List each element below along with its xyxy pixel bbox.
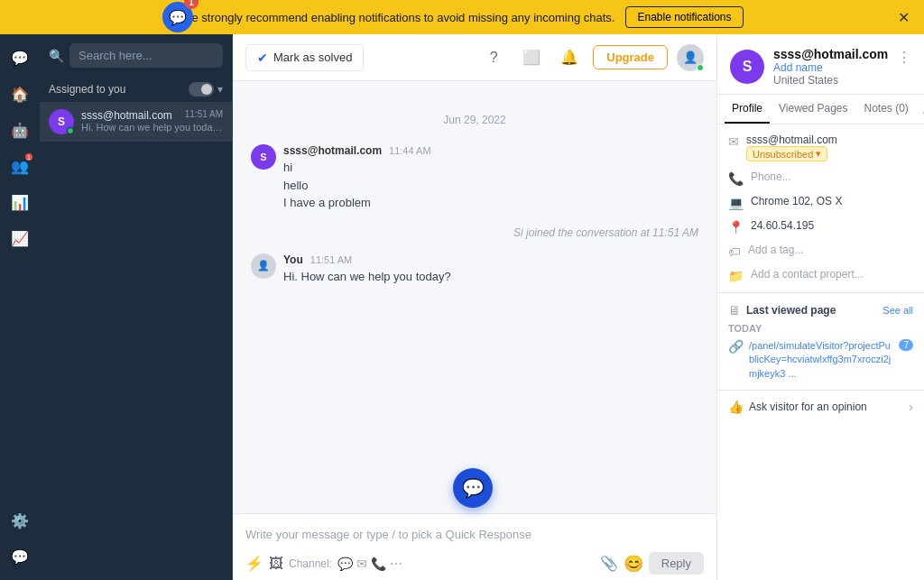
send-button[interactable]: Reply xyxy=(649,552,704,575)
agent-message-header: You 11:51 AM xyxy=(283,253,451,266)
assigned-toggle[interactable] xyxy=(189,82,214,97)
check-icon: ✔ xyxy=(257,51,268,65)
channel-chat-icon[interactable]: 💬 xyxy=(337,557,353,571)
main-layout: 💬 🏠 🤖 👥 1 📊 📈 ⚙️ 💬 🔍 Assigned to you ▾ S xyxy=(0,34,924,580)
message-row-agent: 👤 You 11:51 AM Hi. How can we help you t… xyxy=(251,253,698,286)
close-notif-button[interactable]: ✕ xyxy=(898,9,910,26)
today-label: TODAY xyxy=(728,323,913,334)
emoji-icon[interactable]: 😊 xyxy=(624,554,643,574)
system-message: Si joined the conversation at 11:51 AM xyxy=(251,223,698,243)
profile-details: ✉ ssss@hotmail.com Unsubscribed ▾ 📞 Phon… xyxy=(717,124,924,292)
channel-more-icon[interactable]: ⋯ xyxy=(390,557,402,571)
email-icon: ✉ xyxy=(728,134,739,149)
visitor-avatar: S xyxy=(730,50,764,84)
fab-button[interactable]: 💬 xyxy=(453,468,493,508)
sidebar-item-settings[interactable]: ⚙️ xyxy=(4,504,36,537)
last-viewed-section: 🖥 Last viewed page See all TODAY 🔗 /pane… xyxy=(717,292,924,390)
agent-avatar: 👤 xyxy=(677,44,704,71)
conv-avatar: S xyxy=(49,109,74,134)
message-content: ssss@hotmail.com 11:44 AM hihelloI have … xyxy=(283,144,431,212)
agent-online-dot xyxy=(697,64,704,71)
channel-phone-icon[interactable]: 📞 xyxy=(371,557,386,571)
property-value[interactable]: Add a contact propert... xyxy=(751,268,864,281)
ask-visitor-section[interactable]: 👍 Ask visitor for an opinion › xyxy=(717,390,924,423)
message-input[interactable] xyxy=(245,523,704,545)
channel-email-icon[interactable]: ✉ xyxy=(356,557,367,571)
app-logo: 💬 1 xyxy=(162,2,193,32)
tag-icon: 🏷 xyxy=(728,244,741,259)
search-bar: 🔍 xyxy=(40,34,232,77)
visitor-header: S ssss@hotmail.com Add name United State… xyxy=(717,34,924,95)
conv-name: ssss@hotmail.com 11:51 AM xyxy=(81,109,223,122)
tag-value[interactable]: Add a tag... xyxy=(748,244,803,256)
notification-badge: 1 xyxy=(184,0,199,9)
conv-preview: Hi. How can we help you today? xyxy=(81,122,223,133)
visitor-info: ssss@hotmail.com Add name United States xyxy=(773,47,888,87)
chat-input-bar: ⚡ 🖼 Channel: 💬 ✉ 📞 ⋯ 📎 😊 Reply xyxy=(245,552,704,575)
ask-label: Ask visitor for an opinion xyxy=(749,400,903,413)
last-viewed-icon: 🖥 xyxy=(728,303,741,318)
chat-area: ✔ Mark as solved ? ⬜ 🔔 Upgrade 👤 Jun 29,… xyxy=(233,34,716,580)
conversation-item[interactable]: S ssss@hotmail.com 11:51 AM Hi. How can … xyxy=(40,102,232,142)
ip-value: 24.60.54.195 xyxy=(751,219,814,232)
sidebar-item-team[interactable]: 👥 1 xyxy=(4,150,36,182)
assigned-header: Assigned to you ▾ xyxy=(40,77,232,102)
ip-icon: 📍 xyxy=(728,220,744,235)
sidebar: 💬 🏠 🤖 👥 1 📊 📈 ⚙️ 💬 xyxy=(0,34,40,580)
sidebar-item-home[interactable]: 🏠 xyxy=(4,78,36,110)
tab-viewed-pages[interactable]: Viewed Pages xyxy=(772,95,855,124)
tab-profile[interactable]: Profile xyxy=(725,95,770,124)
chat-toolbar: ✔ Mark as solved ? ⬜ 🔔 Upgrade 👤 xyxy=(233,34,716,81)
message-row: S ssss@hotmail.com 11:44 AM hihelloI hav… xyxy=(251,144,698,212)
tag-row: 🏷 Add a tag... xyxy=(728,244,913,259)
phone-value[interactable]: Phone... xyxy=(751,170,791,183)
sidebar-item-analytics[interactable]: 📈 xyxy=(4,222,36,254)
upgrade-button[interactable]: Upgrade xyxy=(593,45,668,69)
ip-row: 📍 24.60.54.195 xyxy=(728,219,913,235)
phone-icon: 📞 xyxy=(728,171,744,186)
email-row: ✉ ssss@hotmail.com Unsubscribed ▾ xyxy=(728,133,913,161)
notif-message: We strongly recommend enabling notificat… xyxy=(180,11,614,24)
email-info: ssss@hotmail.com Unsubscribed ▾ xyxy=(746,133,837,161)
agent-msg-avatar: 👤 xyxy=(251,253,276,279)
sidebar-item-chat[interactable]: 💬 xyxy=(4,41,36,74)
channel-label: Channel: xyxy=(289,557,332,570)
subscription-badge[interactable]: Unsubscribed ▾ xyxy=(746,146,827,161)
page-count: 7 xyxy=(899,339,913,351)
see-all-button[interactable]: See all xyxy=(882,305,913,316)
date-separator: Jun 29, 2022 xyxy=(251,114,698,126)
mark-solved-button[interactable]: ✔ Mark as solved xyxy=(245,44,364,71)
lightning-icon[interactable]: ⚡ xyxy=(245,555,263,572)
team-badge: 1 xyxy=(25,153,32,161)
enable-notifications-button[interactable]: Enable notifications xyxy=(625,6,743,28)
email-value: ssss@hotmail.com xyxy=(746,133,837,146)
sidebar-item-bot[interactable]: 🤖 xyxy=(4,114,36,146)
search-input[interactable] xyxy=(69,43,223,68)
tab-notes[interactable]: Notes (0) xyxy=(857,95,916,124)
tabs-more-button[interactable]: … xyxy=(918,97,924,121)
ask-icon: 👍 xyxy=(728,400,744,414)
notification-bar: 💬 1 We strongly recommend enabling notif… xyxy=(0,0,924,34)
help-button[interactable]: ? xyxy=(479,43,508,72)
logo-circle: 💬 1 xyxy=(162,2,193,32)
attach-icon[interactable]: 📎 xyxy=(600,555,618,572)
sidebar-item-user-chat[interactable]: 💬 xyxy=(4,540,36,573)
section-header: 🖥 Last viewed page See all xyxy=(728,302,913,318)
assigned-label: Assigned to you xyxy=(49,83,125,96)
notification-bell-button[interactable]: 🔔 xyxy=(555,43,584,72)
sidebar-bottom: ⚙️ 💬 xyxy=(4,504,36,580)
message-header: ssss@hotmail.com 11:44 AM xyxy=(283,144,431,157)
image-icon[interactable]: 🖼 xyxy=(269,556,283,572)
online-dot xyxy=(67,127,74,134)
search-icon: 🔍 xyxy=(49,49,64,63)
conv-info: ssss@hotmail.com 11:51 AM Hi. How can we… xyxy=(81,109,223,133)
visitor-name: ssss@hotmail.com xyxy=(773,47,888,61)
ask-arrow-icon: › xyxy=(909,400,913,414)
page-url[interactable]: /panel/simulateVisitor?projectPublicKey=… xyxy=(749,339,893,381)
channel-icons: 💬 ✉ 📞 ⋯ xyxy=(337,557,402,571)
visitor-location: United States xyxy=(773,74,888,87)
sidebar-item-reports[interactable]: 📊 xyxy=(4,186,36,218)
visitor-more-button[interactable]: ⋮ xyxy=(897,47,911,66)
share-button[interactable]: ⬜ xyxy=(517,43,546,72)
add-name-link[interactable]: Add name xyxy=(773,61,888,74)
